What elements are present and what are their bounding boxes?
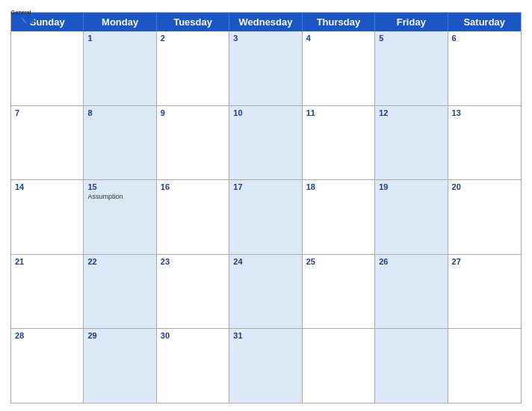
day-headers-row: SundayMondayTuesdayWednesdayThursdayFrid… <box>11 13 521 31</box>
weeks-container: 123456789101112131415Assumption161718192… <box>11 31 521 403</box>
day-number: 27 <box>452 257 517 266</box>
day-number: 23 <box>161 257 225 266</box>
day-cell <box>448 329 521 403</box>
week-row-0: 123456 <box>11 31 521 105</box>
day-cell: 29 <box>84 329 156 403</box>
day-number: 29 <box>87 331 152 340</box>
day-cell <box>11 31 84 105</box>
day-number: 15 <box>87 182 152 191</box>
day-cell: 19 <box>375 180 448 254</box>
day-cell <box>303 329 375 403</box>
logo-bird-icon: General Blue <box>10 7 40 28</box>
day-number: 8 <box>87 108 152 117</box>
week-row-2: 1415Assumption1617181920 <box>11 179 521 254</box>
day-number: 9 <box>161 108 225 117</box>
day-cell: 25 <box>303 255 375 329</box>
day-cell: 5 <box>375 31 448 105</box>
day-cell: 10 <box>229 106 302 180</box>
day-number: 11 <box>306 108 371 117</box>
day-number: 20 <box>452 182 517 191</box>
day-number: 16 <box>161 182 225 191</box>
day-cell: 9 <box>157 106 229 180</box>
day-cell <box>375 329 448 403</box>
day-header-tuesday: Tuesday <box>157 13 229 31</box>
day-header-thursday: Thursday <box>303 13 375 31</box>
day-cell: 28 <box>11 329 84 403</box>
day-number: 22 <box>87 257 152 266</box>
day-number: 12 <box>379 108 443 117</box>
day-cell: 4 <box>303 31 375 105</box>
day-cell: 14 <box>11 180 84 254</box>
day-number: 7 <box>15 108 79 117</box>
day-cell: 31 <box>229 329 302 403</box>
day-number: 18 <box>306 182 371 191</box>
day-number: 2 <box>161 34 225 43</box>
day-cell: 1 <box>84 31 156 105</box>
day-cell: 18 <box>303 180 375 254</box>
day-cell: 3 <box>229 31 302 105</box>
day-cell: 6 <box>448 31 521 105</box>
day-cell: 26 <box>375 255 448 329</box>
day-cell: 8 <box>84 106 156 180</box>
day-cell: 13 <box>448 106 521 180</box>
day-header-friday: Friday <box>375 13 448 31</box>
logo: General Blue <box>10 7 40 28</box>
day-number: 26 <box>379 257 443 266</box>
day-cell: 30 <box>157 329 229 403</box>
day-cell: 24 <box>229 255 302 329</box>
day-number: 13 <box>452 108 517 117</box>
day-number: 19 <box>379 182 443 191</box>
day-cell: 7 <box>11 106 84 180</box>
day-cell: 15Assumption <box>84 180 156 254</box>
calendar-page: General Blue SundayMondayTuesdayWednesda… <box>0 0 532 411</box>
day-cell: 27 <box>448 255 521 329</box>
day-number: 5 <box>379 34 443 43</box>
day-cell: 22 <box>84 255 156 329</box>
day-header-monday: Monday <box>84 13 156 31</box>
day-cell: 23 <box>157 255 229 329</box>
day-number: 21 <box>15 257 79 266</box>
day-number: 17 <box>233 182 297 191</box>
day-number: 1 <box>87 34 152 43</box>
day-number: 10 <box>233 108 297 117</box>
day-cell: 16 <box>157 180 229 254</box>
day-number: 24 <box>233 257 297 266</box>
day-header-saturday: Saturday <box>448 13 521 31</box>
day-cell: 20 <box>448 180 521 254</box>
calendar-grid: SundayMondayTuesdayWednesdayThursdayFrid… <box>10 12 522 404</box>
day-number: 28 <box>15 331 79 340</box>
day-number: 30 <box>161 331 225 340</box>
week-row-3: 21222324252627 <box>11 254 521 329</box>
day-cell: 2 <box>157 31 229 105</box>
holiday-label: Assumption <box>87 193 152 200</box>
day-number: 14 <box>15 182 79 191</box>
day-number: 6 <box>452 34 517 43</box>
day-header-wednesday: Wednesday <box>229 13 302 31</box>
week-row-1: 78910111213 <box>11 105 521 180</box>
day-cell: 17 <box>229 180 302 254</box>
day-number: 31 <box>233 331 297 340</box>
day-cell: 12 <box>375 106 448 180</box>
week-row-4: 28293031 <box>11 328 521 403</box>
day-number: 25 <box>306 257 371 266</box>
day-cell: 11 <box>303 106 375 180</box>
day-number: 4 <box>306 34 371 43</box>
day-number: 3 <box>233 34 297 43</box>
svg-text:Blue: Blue <box>11 15 23 22</box>
day-cell: 21 <box>11 255 84 329</box>
